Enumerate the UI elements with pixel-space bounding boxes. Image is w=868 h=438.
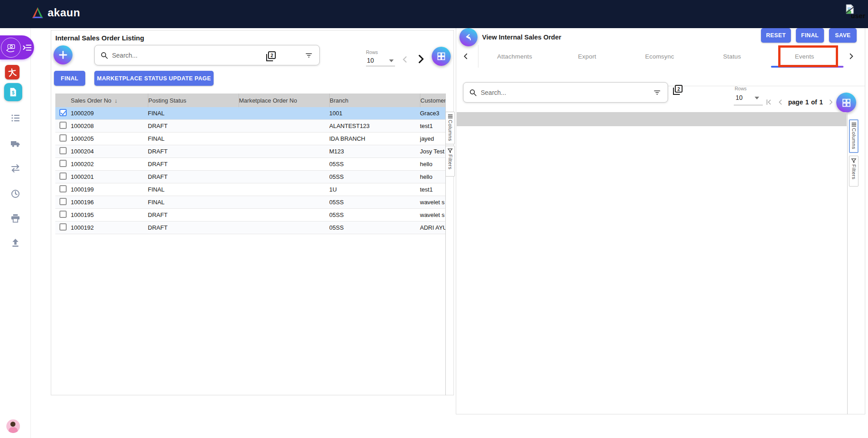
row-checkbox[interactable] [59,211,67,218]
cell-customer: Grace3 [420,110,445,117]
table-row[interactable]: 1000209FINAL1001Grace3 [55,107,445,120]
cell-posting-status: FINAL [148,186,239,193]
annotation-highlight [778,45,838,67]
next-page-icon[interactable] [415,53,427,65]
sidebar-active-module[interactable] [0,35,34,59]
back-button[interactable] [459,28,478,46]
row-checkbox[interactable] [59,134,67,142]
cell-posting-status: DRAFT [148,224,239,231]
avatar-head [10,422,15,427]
avatar-body [9,427,18,433]
detail-tabs-row: AttachmentsExportEcomsyncStatusEvents [456,45,865,68]
plus-icon [59,50,68,59]
rows-per-page-value[interactable]: 10 [367,57,374,64]
row-checkbox[interactable] [59,122,67,129]
brand-logo[interactable]: akaun [32,6,80,19]
sidebar-item-timer[interactable] [10,188,21,199]
sidebar-item-transfer[interactable] [10,163,21,174]
filters-side-tab[interactable]: Filters [445,146,455,177]
tab-events[interactable]: Events [768,45,841,68]
grid-view-button[interactable] [836,93,856,113]
final-button[interactable]: FINAL [54,71,85,86]
sidebar-item-upload[interactable] [10,237,21,248]
header-posting-status[interactable]: Posting Status [148,94,239,107]
table-row[interactable]: 1000208DRAFTALANTEST123test1 [55,120,445,133]
rows-label: Rows [735,86,746,91]
prev-page-icon[interactable] [400,55,410,64]
filters-funnel-icon [851,158,856,163]
sidebar-item-list[interactable] [10,113,21,123]
columns-side-tab[interactable]: Columns [445,112,455,144]
table-row[interactable]: 1000196FINAL05SSwavelet s [55,196,445,209]
filter-icon[interactable] [305,51,313,59]
filters-funnel-icon [448,148,453,153]
cell-branch: 05SS [329,161,420,167]
page-indicator: page 1 of 1 [788,98,823,106]
grid-icon [842,98,851,108]
sidebar-item-delivery[interactable] [10,138,21,149]
tab-attachments[interactable]: Attachments [478,45,551,68]
header-branch[interactable]: Branch [329,94,420,107]
filters-side-tab[interactable]: Filters [849,156,858,187]
table-row[interactable]: 1000201DRAFT05SShello [55,171,445,183]
first-page-icon[interactable] [765,98,773,106]
table-body: 1000209FINAL1001Grace31000208DRAFTALANTE… [55,107,445,234]
sidebar-item-sales-app[interactable]: $ [4,83,22,101]
final-button-right[interactable]: FINAL [796,28,824,43]
tab-ecomsync[interactable]: Ecomsync [624,45,696,68]
table-row[interactable]: 1000192DRAFT05SSADRI AYU [55,221,445,234]
row-checkbox[interactable] [59,198,67,205]
sidebar-item-printer[interactable] [10,213,21,224]
marketplace-status-update-button[interactable]: MARKETPLACE STATUS UPDATE PAGE [94,71,214,86]
tab-status[interactable]: Status [696,45,768,68]
next-page-icon[interactable] [827,98,834,106]
brand-triangle-icon [32,7,44,19]
row-checkbox[interactable] [59,172,67,180]
save-button[interactable]: SAVE [829,28,857,43]
table-row[interactable]: 1000204DRAFTM123Josy Test [55,145,445,158]
reset-button[interactable]: RESET [761,28,791,43]
svg-text:$: $ [12,90,15,95]
table-row[interactable]: 1000205FINALIDA BRANCHjayed [55,133,445,145]
row-checkbox[interactable] [59,109,67,116]
user-menu[interactable]: user [844,4,865,20]
sort-desc-icon[interactable]: ↓ [115,97,118,104]
prev-page-icon[interactable] [777,98,784,106]
rows-dropdown-caret-icon[interactable] [755,97,759,99]
table-row[interactable]: 1000199FINAL1Utest1 [55,183,445,196]
row-checkbox[interactable] [59,147,67,154]
table-row[interactable]: 1000202DRAFT05SShello [55,158,445,171]
grid-view-button[interactable] [432,47,451,66]
duplicate-page-icon[interactable]: 2 [265,50,277,62]
right-search-input[interactable] [481,83,648,102]
tabs-scroll-right-icon[interactable] [847,52,855,60]
cell-branch: 05SS [329,199,420,206]
row-checkbox[interactable] [59,160,67,167]
add-record-button[interactable] [54,45,73,64]
tab-export[interactable]: Export [551,45,624,68]
table-row[interactable]: 1000195DRAFT05SSwavelet s [55,209,445,221]
duplicate-page-icon[interactable]: 2 [672,84,683,96]
right-search-box [463,82,668,103]
rows-per-page-value[interactable]: 10 [736,94,743,101]
row-checkbox[interactable] [59,185,67,192]
cell-sales-order-no: 1000196 [71,199,148,206]
cell-posting-status: DRAFT [148,161,239,167]
row-checkbox-cell [55,134,71,143]
user-avatar[interactable] [6,419,20,433]
rows-dropdown-caret-icon[interactable] [389,59,394,62]
filter-icon[interactable] [653,89,661,97]
columns-side-tab[interactable]: Columns [849,119,858,153]
header-customer[interactable]: Customer [420,94,445,107]
left-panel: Internal Sales Order Listing 2 Rows 10 F… [51,30,454,395]
header-marketplace-order-no[interactable]: Marketplace Order No [239,94,329,107]
cell-posting-status: DRAFT [148,148,239,155]
grid-icon [437,52,446,61]
header-sales-order-no[interactable]: Sales Order No ↓ [71,94,148,107]
tabs-scroll-left-icon[interactable] [462,52,470,60]
row-checkbox-cell [55,122,71,130]
collapse-menu-icon[interactable] [22,43,32,53]
timer-icon [10,188,21,199]
sidebar-item-dahua-app[interactable] [5,65,20,79]
row-checkbox[interactable] [59,223,67,231]
